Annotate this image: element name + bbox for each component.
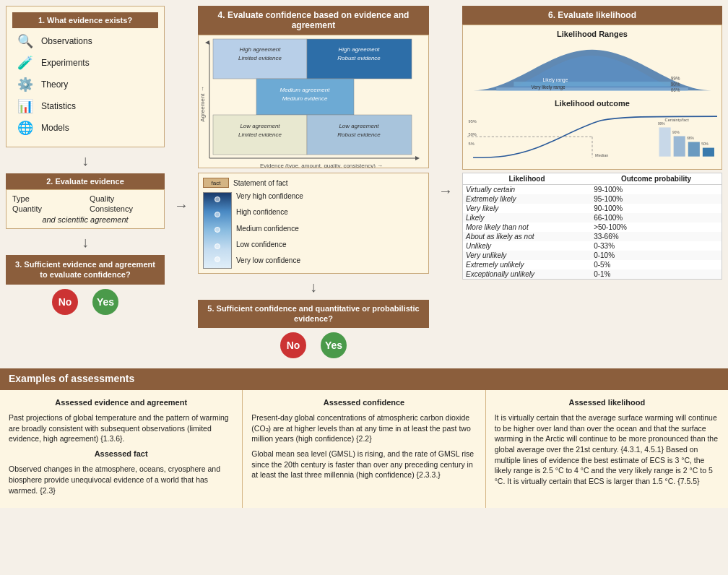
criteria-quantity: Quantity — [12, 204, 81, 213]
criteria-consistency: Consistency — [90, 204, 158, 213]
list-item: 🧪 Experiments — [15, 54, 155, 72]
table-row: Very likely 90-100% — [463, 204, 722, 213]
gradient-bar — [203, 192, 232, 269]
table-row: Exceptionally unlikely 0-1% — [463, 269, 722, 279]
probability-cell: 99-100% — [591, 185, 722, 195]
list-item: 🔍 Observations — [15, 33, 155, 50]
svg-text:Limited evidence: Limited evidence — [238, 131, 282, 138]
likelihood-charts: Likelihood Ranges 99% 90% 66% — [462, 25, 722, 170]
right-column: 6. Evaluate likelihood Likelihood Ranges… — [462, 6, 722, 363]
examples-header: Examples of assessments — [0, 368, 728, 389]
table-row: Virtually certain 99-100% — [463, 185, 722, 195]
table-row: Extremely unlikely 0-5% — [463, 260, 722, 269]
step3-header: 3. Sufficient evidence and agreement to … — [6, 255, 165, 285]
conf-labels-col: Very high confidence High confidence Med… — [236, 192, 303, 264]
col2-text2: Global mean sea level (GMSL) is rising, … — [251, 449, 476, 480]
probability-cell: 33-66% — [591, 232, 722, 241]
step5-header: 5. Sufficient confidence and quantitativ… — [198, 300, 429, 328]
conf-dot-2 — [214, 212, 220, 217]
svg-text:Very likely range: Very likely range — [532, 85, 566, 90]
probability-cell: 66-100% — [591, 213, 722, 222]
col1-title: Assessed evidence and agreement — [9, 397, 233, 408]
svg-text:High agreement: High agreement — [240, 46, 282, 53]
step2-box: 2. Evaluate evidence Type Quality Quanti… — [6, 173, 165, 229]
conf-dot-4 — [214, 243, 220, 249]
probability-cell: 0-5% — [591, 260, 722, 269]
fact-box: fact — [203, 178, 229, 188]
svg-text:Low agreement: Low agreement — [339, 123, 379, 129]
criteria-quality: Quality — [90, 194, 158, 203]
conf-label-2: High confidence — [236, 208, 303, 216]
table-row: Very unlikely 0-10% — [463, 251, 722, 260]
svg-text:99%: 99% — [658, 122, 665, 126]
probability-col-header: Outcome probability — [591, 173, 722, 185]
probability-cell: 0-10% — [591, 251, 722, 260]
yes-circle-2: Yes — [321, 332, 347, 358]
likelihood-cell: Virtually certain — [463, 185, 591, 195]
step4-header: 4. Evaluate confidence based on evidence… — [198, 6, 429, 35]
likelihood-cell: Very unlikely — [463, 251, 591, 260]
list-item: ⚙️ Theory — [15, 76, 155, 93]
svg-text:66%: 66% — [671, 87, 680, 92]
conf-label-4: Low confidence — [236, 241, 303, 248]
statement-of-fact-label: Statement of fact — [233, 179, 288, 187]
arrow-down-3: ↓ — [198, 278, 429, 295]
likelihood-cell: Unlikely — [463, 241, 591, 251]
probability-cell: >50-100% — [591, 222, 722, 232]
svg-text:Median: Median — [595, 153, 608, 157]
svg-text:90%: 90% — [672, 131, 680, 134]
list-item: 🌐 Models — [15, 119, 155, 137]
svg-text:Medium evidence: Medium evidence — [282, 95, 328, 102]
conf-dot-5 — [214, 256, 220, 262]
conf-label-3: Medium confidence — [236, 225, 303, 233]
top-section: 1. What evidence exists? 🔍 Observations … — [0, 0, 728, 368]
probability-cell: 90-100% — [591, 204, 722, 213]
step1-header: 1. What evidence exists? — [12, 12, 158, 28]
svg-text:Low agreement: Low agreement — [240, 123, 280, 129]
svg-text:99%: 99% — [671, 76, 680, 81]
models-label: Models — [41, 123, 69, 133]
svg-text:66%: 66% — [687, 137, 694, 140]
outcome-svg: 50% 95% 5% Median 99% 90% 66% — [467, 111, 717, 165]
step1-box: 1. What evidence exists? 🔍 Observations … — [6, 6, 165, 147]
step5-box: 5. Sufficient confidence and quantitativ… — [198, 300, 429, 363]
svg-text:90%: 90% — [671, 82, 680, 87]
likelihood-cell: Extremely likely — [463, 194, 591, 204]
bottom-content: Assessed evidence and agreement Past pro… — [0, 389, 728, 508]
bottom-section: Examples of assessments Assessed evidenc… — [0, 368, 728, 508]
bottom-col-3: Assessed likelihood It is virtually cert… — [486, 390, 728, 508]
table-row: Extremely likely 95-100% — [463, 194, 722, 204]
col1-title2: Assessed fact — [9, 449, 233, 459]
arrow-down-1: ↓ — [6, 152, 165, 169]
no-circle-1: No — [52, 289, 78, 315]
col1-text2: Observed changes in the atmosphere, ocea… — [9, 464, 233, 496]
col2-text1: Present-day global concentrations of atm… — [251, 412, 476, 444]
criteria-type: Type — [12, 194, 81, 203]
col1-text1: Past projections of global temperature a… — [9, 412, 233, 444]
statistics-icon: 📊 — [15, 98, 35, 115]
conf-dot-3 — [214, 227, 220, 233]
conf-label-5: Very low confidence — [236, 256, 303, 264]
matrix-container: Agreement → Evidence (type, amount, qual… — [198, 35, 429, 168]
no-circle-2: No — [280, 332, 306, 358]
svg-rect-32 — [659, 127, 671, 156]
likelihood-col-header: Likelihood — [463, 173, 591, 185]
svg-text:Robust evidence: Robust evidence — [337, 55, 381, 61]
table-row: More likely than not >50-100% — [463, 222, 722, 232]
svg-rect-33 — [674, 136, 685, 156]
main-container: 1. What evidence exists? 🔍 Observations … — [0, 0, 728, 508]
observations-icon: 🔍 — [15, 33, 35, 50]
evidence-list: 🔍 Observations 🧪 Experiments ⚙️ Theory 📊… — [12, 28, 158, 141]
conf-row-fact: fact Statement of fact — [203, 178, 303, 188]
table-row: Unlikely 0-33% — [463, 241, 722, 251]
left-column: 1. What evidence exists? 🔍 Observations … — [6, 6, 165, 363]
conf-dot-1 — [214, 196, 220, 202]
svg-text:95%: 95% — [469, 119, 477, 124]
svg-rect-20 — [496, 87, 688, 91]
matrix-svg: Agreement → Evidence (type, amount, qual… — [199, 35, 422, 168]
mid-column: 4. Evaluate confidence based on evidence… — [198, 6, 429, 363]
likelihood-cell: About as likely as not — [463, 232, 591, 241]
col3-text: It is virtually certain that the average… — [495, 412, 719, 487]
step4-box: 4. Evaluate confidence based on evidence… — [198, 6, 429, 168]
table-row: Likely 66-100% — [463, 213, 722, 222]
